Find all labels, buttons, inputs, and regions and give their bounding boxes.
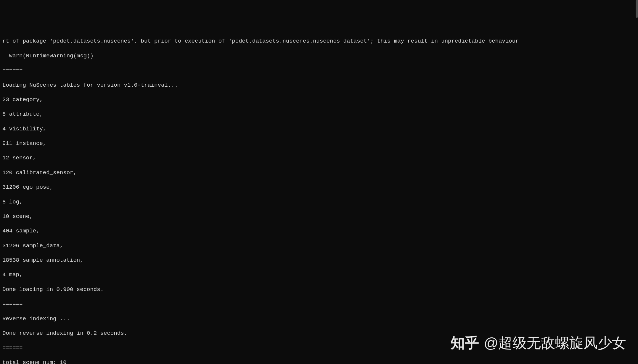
loading-message: Loading NuScenes tables for version v1.0… [2,82,636,89]
stat-category: 23 category, [2,96,636,103]
terminal-output[interactable]: rt of package 'pcdet.datasets.nuscenes',… [2,30,636,364]
warning-line-1: rt of package 'pcdet.datasets.nuscenes',… [2,38,636,45]
stat-instance: 911 instance, [2,140,636,147]
scrollbar-thumb[interactable] [636,0,638,18]
stat-sample-data: 31206 sample_data, [2,242,636,250]
separator: ====== [2,300,636,308]
zhihu-watermark: 知乎 @超级无敌螺旋风少女 [451,334,626,352]
warning-line-2: warn(RuntimeWarning(msg)) [2,52,636,60]
stat-log: 8 log, [2,198,636,206]
zhihu-logo-icon: 知乎 [451,334,479,352]
stat-ego-pose: 31206 ego_pose, [2,184,636,191]
done-loading: Done loading in 0.900 seconds. [2,286,636,293]
stat-sensor: 12 sensor, [2,154,636,162]
watermark-username: @超级无敌螺旋风少女 [484,334,626,352]
vertical-scrollbar[interactable] [633,0,638,364]
stat-sample: 404 sample, [2,227,636,235]
stat-visibility: 4 visibility, [2,125,636,133]
separator: ====== [2,67,636,74]
total-scene-num: total scene num: 10 [2,359,636,364]
stat-scene: 10 scene, [2,213,636,220]
stat-attribute: 8 attribute, [2,111,636,118]
reverse-indexing: Reverse indexing ... [2,315,636,323]
stat-map: 4 map, [2,271,636,279]
stat-calibrated-sensor: 120 calibrated_sensor, [2,169,636,177]
stat-sample-annotation: 18538 sample_annotation, [2,257,636,264]
